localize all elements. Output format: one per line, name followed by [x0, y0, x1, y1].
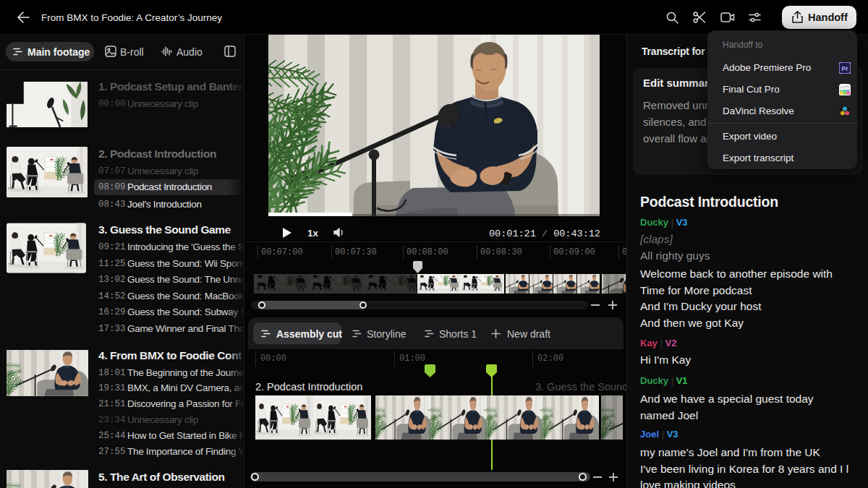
svg-text:Pr: Pr [842, 65, 849, 72]
